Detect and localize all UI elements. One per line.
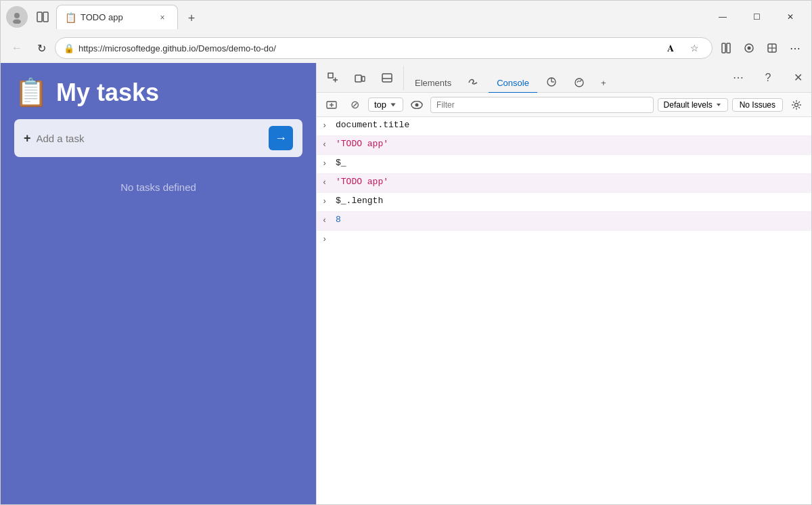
svg-marker-26 [390, 103, 395, 106]
expand-arrow-icon[interactable]: › [322, 197, 332, 206]
console-row: ‹ 'TODO app' [317, 136, 811, 155]
more-tools-button[interactable]: ⋯ [784, 37, 806, 59]
devtools-panel: Elements Console + ⋯ ? ✕ [316, 63, 811, 504]
svg-point-22 [575, 79, 583, 87]
add-task-input[interactable] [37, 133, 263, 144]
inspect-element-button[interactable] [321, 66, 345, 90]
svg-point-30 [795, 103, 798, 106]
toggle-dock-button[interactable] [375, 66, 399, 90]
app-header: 📋 My tasks [14, 76, 302, 108]
tab-title: TODO app [81, 12, 152, 22]
add-task-button[interactable]: → [269, 126, 293, 150]
tab-elements[interactable]: Elements [407, 74, 459, 93]
app-panel: 📋 My tasks + → No tasks defined [1, 63, 316, 504]
browser-window: 📋 TODO app × + — ☐ ✕ ← ↻ 🔒 https://micro… [0, 0, 812, 505]
console-row: › $_.length [317, 193, 811, 212]
svg-rect-5 [722, 43, 725, 53]
devtools-tools-left [317, 66, 404, 90]
console-filter-input[interactable] [430, 97, 654, 113]
console-output-text: 'TODO app' [336, 177, 806, 187]
console-row: › $_ [317, 155, 811, 174]
url-text: https://microsoftedge.github.io/Demos/de… [78, 43, 659, 53]
lock-icon: 🔒 [64, 43, 74, 53]
svg-rect-6 [727, 43, 730, 53]
add-task-plus-icon: + [24, 131, 31, 146]
title-bar: 📋 TODO app × + — ☐ ✕ [1, 1, 811, 33]
console-row: ‹ 8 [317, 212, 811, 231]
device-emulation-button[interactable] [348, 66, 372, 90]
toolbar-right: ⋯ [715, 37, 806, 59]
maximize-button[interactable]: ☐ [741, 6, 772, 28]
close-button[interactable]: ✕ [775, 6, 806, 28]
tab-sources[interactable] [537, 72, 566, 93]
console-toolbar: ⊘ top Default levels No Issues [317, 93, 811, 117]
svg-point-8 [748, 47, 751, 50]
address-actions: 𝐀 ☆ [663, 39, 704, 58]
tab-performance-insights[interactable] [566, 72, 593, 93]
app-title: My tasks [56, 79, 159, 107]
tab-console[interactable]: Console [489, 74, 537, 93]
output-arrow-icon: ‹ [322, 216, 332, 225]
console-output: › document.title ‹ 'TODO app' › $_ ‹ 'TO… [317, 117, 811, 504]
svg-rect-2 [37, 12, 42, 22]
collections-button[interactable] [715, 37, 737, 59]
context-selector[interactable]: top [368, 97, 403, 112]
sidebar-toggle-button[interactable] [32, 6, 53, 28]
console-output-text: 8 [336, 215, 806, 225]
devtools-more-button[interactable]: ⋯ [726, 66, 750, 90]
app-icon: 📋 [14, 76, 48, 108]
svg-point-28 [415, 103, 419, 106]
clear-console-button[interactable]: ⊘ [345, 95, 364, 114]
tab-close-button[interactable]: × [156, 11, 169, 24]
svg-rect-17 [382, 74, 392, 82]
log-level-selector[interactable]: Default levels [658, 98, 728, 112]
svg-rect-12 [328, 73, 333, 78]
profile-icon[interactable] [6, 6, 28, 28]
devtools-toolbar: Elements Console + ⋯ ? ✕ [317, 63, 811, 93]
output-arrow-icon: ‹ [322, 140, 332, 150]
tab-add[interactable]: + [593, 74, 614, 93]
devtools-close-button[interactable]: ✕ [786, 66, 810, 90]
read-aloud-button[interactable]: 𝐀 [663, 39, 682, 58]
add-task-bar: + → [14, 119, 302, 157]
filter-toggle-button[interactable] [407, 95, 426, 114]
active-tab[interactable]: 📋 TODO app × [56, 5, 178, 29]
svg-point-1 [13, 20, 21, 24]
output-arrow-icon: ‹ [322, 178, 332, 188]
svg-rect-3 [43, 12, 48, 22]
console-command-text: document.title [336, 120, 806, 130]
refresh-button[interactable]: ↻ [30, 37, 52, 59]
create-live-expression-button[interactable] [322, 95, 341, 114]
window-controls: — ☐ ✕ [707, 6, 806, 28]
svg-rect-15 [355, 75, 361, 82]
minimize-button[interactable]: — [707, 6, 738, 28]
address-bar[interactable]: 🔒 https://microsoftedge.github.io/Demos/… [55, 37, 713, 59]
devtools-help-button[interactable]: ? [756, 66, 780, 90]
favorites-button[interactable]: ☆ [685, 39, 704, 58]
prompt-arrow-icon: › [322, 235, 332, 244]
no-issues-badge[interactable]: No Issues [732, 98, 783, 112]
browser-essentials-button[interactable] [761, 37, 783, 59]
context-label: top [374, 100, 386, 110]
console-settings-button[interactable] [787, 95, 806, 114]
svg-text:𝐀: 𝐀 [667, 43, 674, 53]
address-bar-row: ← ↻ 🔒 https://microsoftedge.github.io/De… [1, 33, 811, 63]
console-output-text: 'TODO app' [336, 139, 806, 149]
tab-network[interactable] [459, 72, 489, 93]
main-content: 📋 My tasks + → No tasks defined [1, 63, 811, 504]
svg-rect-16 [362, 76, 365, 81]
log-level-label: Default levels [664, 100, 713, 110]
console-row: › document.title [317, 117, 811, 136]
expand-arrow-icon[interactable]: › [322, 121, 332, 131]
expand-arrow-icon[interactable]: › [322, 159, 332, 169]
copilot-button[interactable] [738, 37, 760, 59]
back-button[interactable]: ← [6, 37, 28, 59]
tab-favicon-icon: 📋 [65, 12, 76, 23]
svg-point-0 [14, 13, 20, 18]
new-tab-button[interactable]: + [181, 7, 202, 29]
devtools-more-controls: ⋯ ? ✕ [725, 66, 811, 90]
title-bar-left [6, 6, 53, 28]
console-input-row: › [317, 231, 811, 247]
no-tasks-message: No tasks defined [14, 181, 302, 193]
svg-marker-29 [717, 104, 721, 106]
